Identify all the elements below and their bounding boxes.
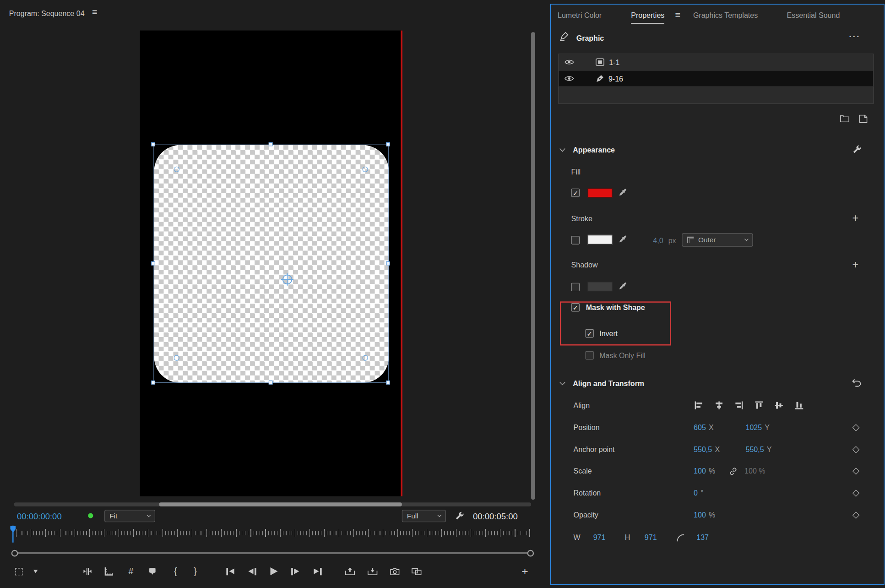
rotation-value[interactable]: 0 — [694, 489, 698, 497]
monitor-vertical-scrollbar[interactable] — [531, 32, 535, 500]
shadow-checkbox[interactable] — [571, 283, 580, 291]
align-left-icon[interactable] — [694, 401, 703, 410]
timeline-zoom-bar[interactable] — [17, 552, 528, 554]
add-stroke-button[interactable]: + — [852, 213, 859, 223]
selection-handle[interactable] — [151, 381, 155, 385]
position-y-unit: Y — [765, 424, 770, 432]
appearance-settings-wrench-icon[interactable] — [852, 145, 862, 154]
overlay-mode-button[interactable] — [9, 561, 28, 581]
tab-properties[interactable]: Properties — [631, 11, 664, 24]
align-center-vertical-icon[interactable] — [774, 401, 783, 410]
layer-row[interactable]: 1-1 — [559, 54, 873, 71]
overlay-mode-chevron[interactable] — [26, 561, 45, 581]
panel-menu-dots-icon[interactable]: ··· — [849, 32, 860, 42]
align-top-icon[interactable] — [755, 401, 764, 410]
playhead-timecode[interactable]: 00:00:00:00 — [17, 512, 62, 521]
rotation-keyframe-toggle[interactable] — [852, 490, 860, 497]
monitor-settings-wrench-icon[interactable] — [455, 511, 465, 521]
selection-handle[interactable] — [151, 261, 155, 266]
opacity-keyframe-toggle[interactable] — [852, 512, 860, 519]
tab-essential-sound[interactable]: Essential Sound — [787, 11, 840, 20]
align-right-icon[interactable] — [734, 401, 744, 410]
appearance-collapse-chevron[interactable] — [559, 146, 565, 152]
shadow-color-swatch[interactable] — [587, 282, 612, 291]
mask-with-shape-checkbox[interactable]: ✓ — [571, 303, 580, 311]
shadow-eyedropper-icon[interactable] — [619, 282, 627, 290]
stroke-checkbox[interactable] — [571, 236, 580, 244]
mini-timeline-ruler[interactable] — [0, 526, 531, 543]
add-marker-button[interactable] — [143, 561, 162, 581]
corner-radius-handle[interactable] — [174, 167, 179, 172]
step-forward-button[interactable] — [286, 561, 305, 581]
ruler-button[interactable] — [99, 561, 119, 581]
monitor-panel-menu-icon[interactable]: ≡ — [92, 7, 98, 17]
scale-link-icon[interactable] — [729, 468, 737, 475]
anchor-y-value[interactable]: 550,5 — [746, 446, 764, 454]
go-to-out-button[interactable] — [308, 561, 327, 581]
corner-radius-handle[interactable] — [362, 167, 368, 172]
selection-handle[interactable] — [269, 381, 273, 385]
properties-panel-menu-icon[interactable]: ≡ — [675, 10, 680, 20]
add-shadow-button[interactable]: + — [852, 259, 859, 270]
corner-radius-handle[interactable] — [362, 355, 368, 360]
step-back-button[interactable] — [243, 561, 262, 581]
export-frame-button[interactable] — [385, 561, 404, 581]
position-x-value[interactable]: 605 — [694, 424, 706, 432]
tab-lumetri-color[interactable]: Lumetri Color — [558, 11, 602, 20]
timeline-zoom-handle-left[interactable] — [11, 550, 18, 557]
button-editor-button[interactable]: + — [516, 561, 535, 581]
mark-in-button[interactable]: { — [166, 561, 185, 581]
mark-out-button[interactable]: } — [186, 561, 205, 581]
layer-row-selected[interactable]: 9-16 — [559, 71, 873, 87]
align-center-horizontal-icon[interactable] — [715, 401, 724, 410]
mask-only-fill-checkbox[interactable] — [585, 351, 593, 359]
selection-handle[interactable] — [386, 261, 390, 266]
selection-handle[interactable] — [151, 142, 155, 147]
selection-handle[interactable] — [269, 142, 273, 147]
selection-handle[interactable] — [386, 142, 390, 147]
stroke-width-value[interactable]: 4,0 — [653, 237, 663, 245]
height-value[interactable]: 971 — [645, 533, 657, 541]
scale-value[interactable]: 100 — [694, 467, 706, 475]
snap-button[interactable] — [78, 561, 97, 581]
selection-bounding-box[interactable] — [153, 145, 389, 383]
lift-button[interactable] — [340, 561, 359, 581]
fill-checkbox[interactable]: ✓ — [571, 189, 580, 197]
scale-keyframe-toggle[interactable] — [852, 468, 860, 475]
guides-button[interactable]: # — [121, 561, 141, 581]
monitor-horizontal-scrollbar-thumb[interactable] — [159, 502, 402, 506]
stroke-color-swatch[interactable] — [587, 235, 612, 245]
extract-button[interactable] — [363, 561, 382, 581]
timeline-zoom-handle-right[interactable] — [527, 550, 534, 557]
layer-visibility-eye-icon[interactable] — [565, 59, 574, 65]
playback-resolution-select[interactable]: Full — [402, 510, 446, 522]
position-keyframe-toggle[interactable] — [852, 424, 860, 431]
anchor-point-label: Anchor point — [574, 446, 615, 454]
position-y-value[interactable]: 1025 — [746, 424, 762, 432]
reset-parameters-icon[interactable] — [852, 379, 861, 387]
go-to-in-button[interactable] — [221, 561, 240, 581]
stroke-eyedropper-icon[interactable] — [619, 235, 627, 244]
align-bottom-icon[interactable] — [795, 401, 804, 410]
anchor-point-crosshair[interactable] — [279, 271, 296, 288]
layer-visibility-eye-icon[interactable] — [565, 75, 574, 82]
new-folder-icon[interactable] — [840, 114, 849, 122]
corner-radius-value[interactable]: 137 — [696, 533, 709, 541]
anchor-x-value[interactable]: 550,5 — [694, 446, 712, 454]
new-layer-icon[interactable] — [859, 114, 867, 123]
zoom-level-select[interactable]: Fit — [104, 510, 155, 522]
stroke-style-select[interactable]: Outer — [682, 233, 753, 247]
invert-checkbox[interactable]: ✓ — [585, 329, 593, 338]
comparison-view-button[interactable] — [407, 561, 426, 581]
transform-collapse-chevron[interactable] — [559, 380, 565, 385]
opacity-value[interactable]: 100 — [694, 511, 706, 519]
position-label: Position — [574, 424, 600, 432]
selection-handle[interactable] — [386, 381, 390, 385]
corner-radius-handle[interactable] — [174, 355, 179, 360]
width-value[interactable]: 971 — [593, 533, 606, 541]
tab-graphics-templates[interactable]: Graphics Templates — [693, 11, 758, 20]
play-button[interactable] — [264, 561, 283, 581]
fill-eyedropper-icon[interactable] — [619, 189, 627, 197]
anchor-keyframe-toggle[interactable] — [852, 446, 860, 453]
fill-color-swatch[interactable] — [587, 188, 612, 198]
